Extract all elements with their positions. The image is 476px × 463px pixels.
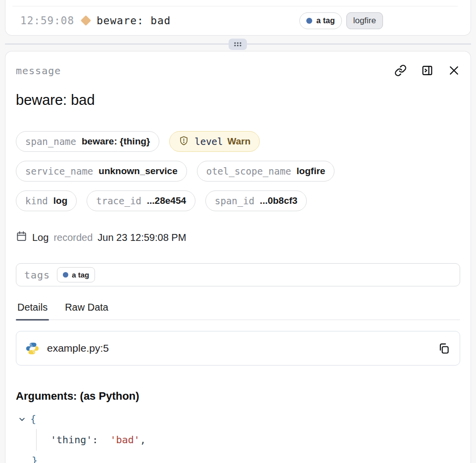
attr-value: beware: {thing} bbox=[82, 136, 150, 147]
attr-value: ...0b8cf3 bbox=[260, 195, 297, 206]
close-brace: } bbox=[32, 455, 38, 463]
code-key: 'thing' bbox=[50, 434, 92, 446]
attr-value: Warn bbox=[227, 136, 250, 147]
attr-key: span_name bbox=[25, 136, 76, 147]
open-brace: { bbox=[30, 413, 36, 425]
tags-box: tags a tag bbox=[16, 263, 460, 286]
code-line-open: { bbox=[16, 409, 460, 429]
panel-header-icons bbox=[394, 64, 460, 77]
attr-kind: kind log bbox=[16, 190, 77, 211]
code-line-entry: 'thing': 'bad', bbox=[36, 429, 460, 451]
code-value: 'bad' bbox=[110, 434, 140, 446]
attr-value: unknown_service bbox=[98, 166, 177, 177]
attr-span-id[interactable]: span_id ...0b8cf3 bbox=[205, 190, 307, 211]
warn-level-diamond-icon bbox=[81, 15, 91, 26]
attr-value: log bbox=[53, 195, 68, 206]
pill-row: span_name beware: {thing} level Warn bbox=[16, 131, 460, 152]
pill-row: kind log trace_id ...28e454 span_id ...0… bbox=[16, 190, 460, 211]
attr-value: ...28e454 bbox=[147, 195, 186, 206]
code-comma: , bbox=[140, 434, 146, 446]
python-logo-icon bbox=[26, 342, 39, 355]
tab-raw-data[interactable]: Raw Data bbox=[63, 302, 110, 320]
logfire-trace-view: { "colors": { "accent_warn_bg": "#fdf8e5… bbox=[0, 0, 476, 463]
arguments-heading: Arguments: (as Python) bbox=[16, 390, 460, 403]
tag-chip-label: a tag bbox=[72, 271, 89, 279]
drag-handle-icon[interactable] bbox=[229, 39, 247, 50]
arguments-code-block: { 'thing': 'bad', } bbox=[16, 409, 460, 463]
log-timestamp: 12:59:08 bbox=[20, 15, 74, 27]
detail-tabs: Details Raw Data bbox=[16, 302, 460, 320]
tags-label: tags bbox=[24, 269, 50, 281]
recorded-datetime: Jun 23 12:59:08 PM bbox=[97, 232, 186, 243]
recorded-kind: Log bbox=[32, 232, 48, 243]
scope-logfire-button[interactable]: logfire bbox=[346, 12, 383, 29]
calendar-icon bbox=[16, 231, 27, 244]
source-location-card[interactable]: example.py:5 bbox=[16, 331, 460, 366]
attr-key: otel_scope_name bbox=[206, 166, 291, 177]
close-icon[interactable] bbox=[448, 64, 460, 77]
panel-header: message bbox=[16, 64, 460, 77]
panel-title: beware: bad bbox=[16, 92, 460, 108]
recorded-verb: recorded bbox=[53, 232, 93, 243]
panel-header-label: message bbox=[16, 65, 61, 77]
shield-warning-icon bbox=[179, 136, 189, 148]
attr-trace-id[interactable]: trace_id ...28e454 bbox=[87, 190, 195, 211]
log-row-message: beware: bad bbox=[96, 15, 171, 27]
tag-dot-icon bbox=[306, 18, 312, 24]
tab-details[interactable]: Details bbox=[16, 302, 49, 320]
attr-key: kind bbox=[25, 195, 48, 206]
attribute-pills: span_name beware: {thing} level Warn ser… bbox=[16, 131, 460, 211]
code-colon: : bbox=[92, 434, 98, 446]
attr-key: service_name bbox=[25, 166, 93, 177]
recorded-line: Log recorded Jun 23 12:59:08 PM bbox=[16, 231, 460, 244]
copy-icon[interactable] bbox=[437, 342, 450, 355]
tag-chip[interactable]: a tag bbox=[57, 267, 95, 282]
copy-link-icon[interactable] bbox=[394, 64, 407, 77]
log-row[interactable]: 12:59:08 beware: bad a tag logfire bbox=[5, 6, 471, 35]
chevron-down-icon[interactable] bbox=[18, 416, 29, 423]
detail-panel: message beware: bad bbox=[5, 51, 471, 463]
attr-key: trace_id bbox=[96, 195, 142, 206]
open-side-panel-icon[interactable] bbox=[421, 64, 433, 77]
tag-chip[interactable]: a tag bbox=[299, 12, 341, 29]
code-line-close: } bbox=[16, 451, 460, 463]
panel-splitter[interactable] bbox=[0, 36, 476, 51]
attr-service-name: service_name unknown_service bbox=[16, 161, 187, 182]
attr-key: span_id bbox=[215, 195, 254, 206]
tag-dot-icon bbox=[63, 272, 68, 278]
attr-key: level bbox=[194, 136, 223, 147]
tag-chip-label: a tag bbox=[316, 16, 334, 25]
attr-otel-scope-name: otel_scope_name logfire bbox=[197, 161, 335, 182]
source-file-label: example.py:5 bbox=[47, 342, 109, 354]
pill-row: service_name unknown_service otel_scope_… bbox=[16, 161, 460, 182]
log-list-card: 12:59:08 beware: bad a tag logfire bbox=[5, 0, 471, 36]
attr-level-warn: level Warn bbox=[169, 131, 260, 152]
attr-span-name: span_name beware: {thing} bbox=[16, 131, 159, 152]
log-row-tags: a tag logfire bbox=[299, 12, 383, 29]
attr-value: logfire bbox=[296, 166, 325, 177]
